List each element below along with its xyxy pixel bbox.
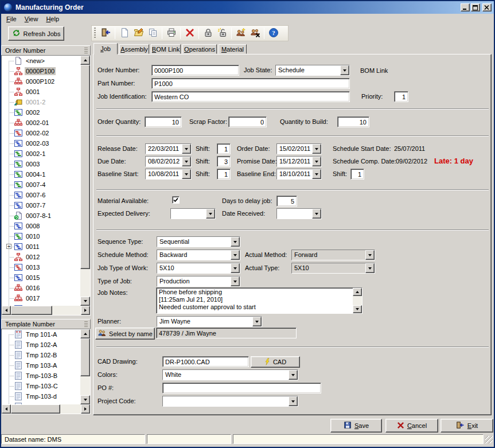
template-vscroll-thumb[interactable] — [80, 338, 90, 376]
shift-input[interactable] — [350, 169, 364, 180]
release-shift-input[interactable] — [217, 143, 231, 154]
tab-operations[interactable]: Operations — [182, 44, 217, 54]
job-identification-input[interactable] — [151, 91, 350, 102]
tab-job[interactable]: Job — [93, 43, 118, 54]
tree-item-label[interactable]: Tmp 101-A — [25, 330, 58, 338]
tree-item[interactable]: 0016 — [2, 283, 80, 293]
dropdown-arrow-icon[interactable] — [231, 276, 240, 286]
tree-item[interactable]: 0007-4 — [2, 180, 80, 190]
tree-item-label[interactable]: 0007-7 — [25, 201, 46, 209]
tab-material[interactable]: Material — [219, 44, 247, 54]
new-document-button[interactable] — [117, 26, 131, 40]
tree-item-label[interactable]: 0011 — [25, 243, 41, 251]
order-date-picker[interactable]: 15/02/2011 — [276, 143, 322, 154]
promise-date-picker[interactable]: 15/12/2011 — [276, 156, 322, 167]
tree-item-label[interactable]: 0007-8-1 — [25, 212, 52, 220]
sequence-type-select[interactable]: Sequential — [157, 236, 240, 247]
tree-item-label[interactable]: 0016 — [25, 284, 41, 292]
tree-item-label[interactable]: 0000P102 — [25, 77, 56, 85]
tree-item[interactable]: 0001-2 — [2, 97, 80, 107]
tree-item[interactable]: Tmp-103-B — [2, 371, 80, 381]
tree-item-label[interactable]: 0002-03 — [25, 139, 50, 147]
type-of-job-select[interactable]: Production — [157, 276, 240, 287]
tree-item-label[interactable]: 0003 — [25, 160, 41, 168]
tree-item[interactable]: 0002 — [2, 107, 80, 118]
order-vscroll-thumb[interactable] — [80, 65, 90, 269]
scroll-down-icon[interactable] — [80, 395, 90, 404]
tree-item[interactable]: <new> — [2, 56, 80, 66]
dropdown-arrow-icon[interactable] — [289, 396, 298, 406]
part-number-input[interactable] — [151, 78, 350, 89]
colors-select[interactable]: White — [162, 369, 298, 380]
tree-item[interactable]: 0012 — [2, 252, 80, 262]
cancel-button[interactable]: Cancel — [385, 419, 438, 433]
tree-item-label[interactable]: 0001-2 — [25, 98, 46, 106]
tree-item[interactable]: 0003 — [2, 159, 80, 169]
tree-item-label[interactable]: Tmp 103-A — [25, 361, 58, 369]
tree-item[interactable]: 0001 — [2, 87, 80, 97]
job-state-select[interactable]: Schedule — [275, 65, 350, 76]
tree-item[interactable]: 0002-02 — [2, 128, 80, 138]
maximize-button[interactable] — [471, 3, 480, 11]
menu-view[interactable]: View — [21, 14, 42, 24]
scroll-left-icon[interactable] — [2, 306, 11, 315]
dropdown-arrow-icon[interactable] — [289, 370, 298, 380]
scroll-left-icon[interactable] — [2, 404, 11, 414]
actual-method-select[interactable]: Forward — [291, 250, 375, 260]
select-by-name-button[interactable]: Select by name — [95, 328, 155, 340]
release-date-picker[interactable]: 22/03/2011 — [145, 143, 192, 154]
tree-item-label[interactable]: Tmp 102-B — [25, 351, 58, 359]
dropdown-arrow-icon[interactable] — [340, 65, 349, 75]
scroll-up-icon[interactable] — [80, 329, 90, 338]
order-number-input[interactable] — [151, 65, 239, 76]
tree-item[interactable]: 0013 — [2, 262, 80, 272]
planner-select[interactable]: Jim Wayne — [157, 316, 262, 327]
tree-item-label[interactable]: 0004-1 — [25, 170, 46, 178]
exit-door-button[interactable] — [99, 26, 113, 40]
tree-item[interactable]: +0011 — [2, 241, 80, 252]
scroll-down-icon[interactable] — [80, 297, 90, 306]
dropdown-arrow-icon[interactable] — [312, 169, 321, 179]
template-hscroll-thumb[interactable] — [11, 404, 60, 414]
order-quantity-input[interactable] — [145, 116, 182, 127]
unassign-users-button[interactable] — [248, 26, 262, 40]
date-received-picker[interactable] — [276, 208, 322, 219]
dropdown-arrow-icon[interactable] — [312, 144, 321, 154]
scroll-down-icon[interactable] — [353, 305, 362, 313]
scroll-up-icon[interactable] — [80, 56, 90, 65]
project-code-select[interactable] — [162, 396, 298, 407]
tab-assembly[interactable]: Assembly — [119, 44, 149, 54]
menu-file[interactable]: File — [2, 14, 21, 24]
schedule-method-select[interactable]: Backward — [157, 250, 240, 260]
po-number-input[interactable] — [162, 383, 321, 394]
tree-item[interactable]: 0007-6 — [2, 190, 80, 200]
tree-item[interactable]: 0008 — [2, 221, 80, 231]
close-button[interactable] — [482, 3, 492, 11]
dropdown-arrow-icon[interactable] — [206, 209, 215, 219]
tree-item[interactable]: 0002-01 — [2, 118, 80, 128]
material-available-checkbox[interactable] — [172, 196, 180, 204]
dropdown-arrow-icon[interactable] — [182, 144, 191, 154]
panel-grip-icon[interactable] — [84, 48, 88, 54]
tree-item-label[interactable]: 0008 — [25, 222, 41, 230]
dropdown-arrow-icon[interactable] — [252, 317, 262, 326]
job-notes-scrollbar[interactable] — [353, 288, 362, 313]
dropdown-arrow-icon[interactable] — [182, 157, 191, 166]
tree-item[interactable]: 0000P102 — [2, 76, 80, 87]
unlock-button[interactable] — [215, 26, 229, 40]
tree-item-label[interactable]: Tmp-103-d — [25, 392, 58, 400]
job-type-of-work-select[interactable]: 5X10 — [157, 263, 240, 274]
scrap-factor-input[interactable] — [228, 116, 267, 127]
tree-item[interactable]: Tmp 101-A — [2, 329, 80, 340]
job-notes-box[interactable]: Phone before shipping [11:25am Jul 21, 2… — [156, 287, 363, 314]
tree-item-label[interactable]: 0007-4 — [25, 181, 46, 189]
scroll-right-icon[interactable] — [81, 404, 90, 414]
tree-item[interactable]: 0010 — [2, 231, 80, 241]
minimize-button[interactable] — [461, 3, 470, 11]
tree-item-label[interactable]: Tmp-103-B — [25, 372, 59, 380]
tree-item-label[interactable]: 0002 — [25, 108, 41, 116]
resize-grip[interactable] — [485, 436, 493, 443]
actual-type-select[interactable]: 5X10 — [291, 263, 375, 274]
cad-drawing-input[interactable] — [162, 356, 249, 367]
tree-item-label[interactable]: 0012 — [25, 253, 41, 261]
